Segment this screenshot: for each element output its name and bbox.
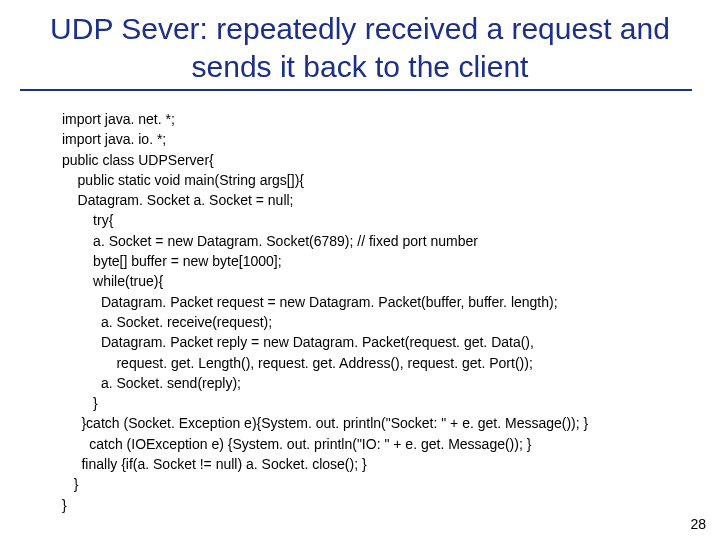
- code-line: while(true){: [62, 271, 710, 291]
- code-line: a. Socket. send(reply);: [62, 373, 710, 393]
- code-line: finally {if(a. Socket != null) a. Socket…: [62, 454, 710, 474]
- title-underline: [20, 89, 692, 91]
- code-line: }catch (Socket. Exception e){System. out…: [62, 413, 710, 433]
- code-line: try{: [62, 210, 710, 230]
- code-line: Datagram. Socket a. Socket = null;: [62, 190, 710, 210]
- code-line: import java. net. *;: [62, 109, 710, 129]
- code-line: }: [62, 393, 710, 413]
- code-line: catch (IOException e) {System. out. prin…: [62, 434, 710, 454]
- page-number: 28: [690, 516, 706, 532]
- code-line: }: [62, 495, 710, 515]
- code-line: public static void main(String args[]){: [62, 170, 710, 190]
- code-line: a. Socket = new Datagram. Socket(6789); …: [62, 231, 710, 251]
- code-line: Datagram. Packet reply = new Datagram. P…: [62, 332, 710, 352]
- code-line: }: [62, 474, 710, 494]
- code-line: import java. io. *;: [62, 129, 710, 149]
- code-line: Datagram. Packet request = new Datagram.…: [62, 292, 710, 312]
- slide-title: UDP Sever: repeatedly received a request…: [0, 0, 720, 89]
- code-line: byte[] buffer = new byte[1000];: [62, 251, 710, 271]
- code-block: import java. net. *; import java. io. *;…: [0, 103, 720, 515]
- code-line: public class UDPServer{: [62, 150, 710, 170]
- code-line: request. get. Length(), request. get. Ad…: [62, 353, 710, 373]
- code-line: a. Socket. receive(request);: [62, 312, 710, 332]
